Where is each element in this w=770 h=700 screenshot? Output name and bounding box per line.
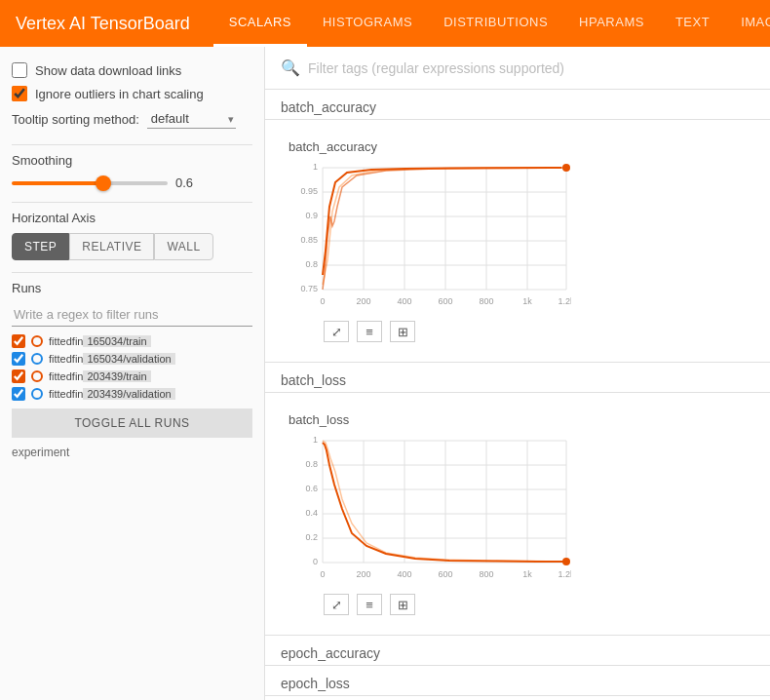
chart-card-batch-loss: batch_loss 1 0.8 0.6 0.4 0.2 0 bbox=[281, 405, 579, 623]
axis-step-btn[interactable]: STEP bbox=[12, 233, 69, 260]
run-item-4: fittedfin203439/validation bbox=[12, 387, 252, 401]
svg-text:0.85: 0.85 bbox=[300, 235, 318, 245]
svg-text:0.2: 0.2 bbox=[305, 532, 318, 542]
svg-text:1: 1 bbox=[313, 435, 318, 445]
section-header-batch-loss: batch_loss bbox=[265, 363, 770, 393]
show-download-checkbox[interactable] bbox=[12, 62, 27, 78]
download-btn-loss[interactable]: ⊞ bbox=[390, 594, 415, 615]
chart-svg-batch-accuracy-svg: 1 0.95 0.9 0.85 0.8 0.75 bbox=[289, 158, 571, 314]
chart-section-batch-accuracy: batch_accuracy 1 0.95 0.9 0.85 0.8 0.75 bbox=[265, 120, 770, 363]
tooltip-select-wrapper[interactable]: default descending ascending nearest bbox=[147, 109, 236, 129]
run-dot-4 bbox=[31, 388, 43, 400]
data-table-btn[interactable]: ≡ bbox=[357, 321, 382, 342]
runs-title: Runs bbox=[12, 281, 252, 295]
svg-text:200: 200 bbox=[356, 569, 370, 579]
ignore-outliers-row[interactable]: Ignore outliers in chart scaling bbox=[12, 86, 252, 101]
chart-title-batch-loss: batch_loss bbox=[289, 412, 571, 427]
ignore-outliers-label: Ignore outliers in chart scaling bbox=[35, 87, 204, 101]
smoothing-title: Smoothing bbox=[12, 153, 252, 168]
run-checkbox-2[interactable] bbox=[12, 352, 25, 366]
smoothing-slider[interactable] bbox=[12, 181, 168, 185]
svg-text:0.4: 0.4 bbox=[305, 508, 318, 518]
axis-relative-btn[interactable]: RELATIVE bbox=[69, 233, 154, 260]
chart-controls-batch-accuracy: ⤢ ≡ ⊞ bbox=[289, 321, 571, 342]
svg-text:1.2k: 1.2k bbox=[558, 569, 571, 579]
show-download-label: Show data download links bbox=[35, 63, 181, 78]
chart-svg-batch-accuracy: 1 0.95 0.9 0.85 0.8 0.75 bbox=[289, 158, 571, 317]
search-input[interactable] bbox=[308, 60, 754, 76]
nav-images[interactable]: IMAGES bbox=[725, 0, 770, 47]
tooltip-select[interactable]: default descending ascending nearest bbox=[147, 109, 236, 129]
run-label-2: fittedfin165034/validation bbox=[49, 353, 175, 365]
brand: Vertex AI TensorBoard bbox=[16, 14, 190, 34]
svg-text:200: 200 bbox=[356, 296, 370, 306]
svg-text:1k: 1k bbox=[522, 569, 532, 579]
axis-buttons: STEP RELATIVE WALL bbox=[12, 233, 252, 260]
nav-text[interactable]: TEXT bbox=[660, 0, 725, 47]
svg-text:1: 1 bbox=[313, 162, 318, 172]
svg-text:0.95: 0.95 bbox=[300, 186, 318, 196]
svg-text:600: 600 bbox=[438, 569, 452, 579]
chart-card-batch-accuracy: batch_accuracy 1 0.95 0.9 0.85 0.8 0.75 bbox=[281, 132, 579, 350]
section-header-batch-accuracy: batch_accuracy bbox=[265, 90, 770, 120]
run-label-1: fittedfin165034/train bbox=[49, 335, 151, 347]
section-title-batch-loss: batch_loss bbox=[281, 372, 346, 388]
svg-text:400: 400 bbox=[397, 296, 411, 306]
svg-point-53 bbox=[562, 558, 570, 565]
search-icon: 🔍 bbox=[281, 58, 300, 77]
svg-text:0: 0 bbox=[313, 557, 318, 566]
svg-text:0: 0 bbox=[320, 569, 325, 579]
section-header-epoch-accuracy: epoch_accuracy bbox=[265, 636, 770, 666]
chart-controls-batch-loss: ⤢ ≡ ⊞ bbox=[289, 594, 571, 615]
run-checkbox-3[interactable] bbox=[12, 369, 25, 383]
run-checkbox-1[interactable] bbox=[12, 334, 25, 348]
ignore-outliers-checkbox[interactable] bbox=[12, 86, 27, 101]
svg-text:800: 800 bbox=[479, 296, 493, 306]
nav-items: SCALARS HISTOGRAMS DISTRIBUTIONS HPARAMS… bbox=[213, 0, 770, 47]
svg-text:600: 600 bbox=[438, 296, 452, 306]
svg-text:0.8: 0.8 bbox=[305, 259, 318, 269]
tooltip-label: Tooltip sorting method: bbox=[12, 112, 139, 127]
expand-chart-btn[interactable]: ⤢ bbox=[324, 321, 349, 342]
svg-text:0.75: 0.75 bbox=[300, 284, 318, 293]
sidebar: Show data download links Ignore outliers… bbox=[0, 47, 265, 700]
svg-text:800: 800 bbox=[479, 569, 493, 579]
section-header-epoch-loss: epoch_loss bbox=[265, 666, 770, 696]
run-item-2: fittedfin165034/validation bbox=[12, 352, 252, 366]
svg-text:0.9: 0.9 bbox=[305, 211, 318, 220]
run-checkbox-4[interactable] bbox=[12, 387, 25, 401]
svg-text:0.8: 0.8 bbox=[305, 459, 318, 469]
run-item-3: fittedfin203439/train bbox=[12, 369, 252, 383]
run-dot-1 bbox=[31, 335, 43, 347]
nav-scalars[interactable]: SCALARS bbox=[213, 0, 307, 47]
svg-text:1.2k: 1.2k bbox=[558, 296, 571, 306]
nav-histograms[interactable]: HISTOGRAMS bbox=[307, 0, 428, 47]
expand-chart-btn-loss[interactable]: ⤢ bbox=[324, 594, 349, 615]
run-dot-3 bbox=[31, 370, 43, 382]
experiment-label: experiment bbox=[12, 446, 252, 459]
nav-hparams[interactable]: HPARAMS bbox=[563, 0, 660, 47]
search-bar: 🔍 bbox=[265, 47, 770, 90]
axis-wall-btn[interactable]: WALL bbox=[154, 233, 212, 260]
run-dot-2 bbox=[31, 353, 43, 365]
nav-distributions[interactable]: DISTRIBUTIONS bbox=[428, 0, 563, 47]
runs-filter-input[interactable] bbox=[12, 303, 252, 327]
section-title-epoch-loss: epoch_loss bbox=[281, 676, 350, 691]
chart-title-batch-accuracy: batch_accuracy bbox=[289, 139, 571, 154]
smoothing-value: 0.6 bbox=[175, 175, 193, 190]
svg-text:1k: 1k bbox=[522, 296, 532, 306]
topnav: Vertex AI TensorBoard SCALARS HISTOGRAMS… bbox=[0, 0, 770, 47]
download-btn[interactable]: ⊞ bbox=[390, 321, 415, 342]
svg-text:400: 400 bbox=[397, 569, 411, 579]
chart-svg-batch-loss-svg: 1 0.8 0.6 0.4 0.2 0 bbox=[289, 431, 571, 587]
chart-svg-batch-loss: 1 0.8 0.6 0.4 0.2 0 bbox=[289, 431, 571, 590]
svg-text:0: 0 bbox=[320, 296, 325, 306]
toggle-all-button[interactable]: TOGGLE ALL RUNS bbox=[12, 408, 252, 438]
svg-point-26 bbox=[562, 164, 570, 172]
chart-section-batch-loss: batch_loss 1 0.8 0.6 0.4 0.2 0 bbox=[265, 393, 770, 636]
main-content: 🔍 batch_accuracy batch_accuracy 1 0.95 0… bbox=[265, 47, 770, 700]
axis-title: Horizontal Axis bbox=[12, 211, 252, 225]
run-item-1: fittedfin165034/train bbox=[12, 334, 252, 348]
data-table-btn-loss[interactable]: ≡ bbox=[357, 594, 382, 615]
show-download-row[interactable]: Show data download links bbox=[12, 62, 252, 78]
